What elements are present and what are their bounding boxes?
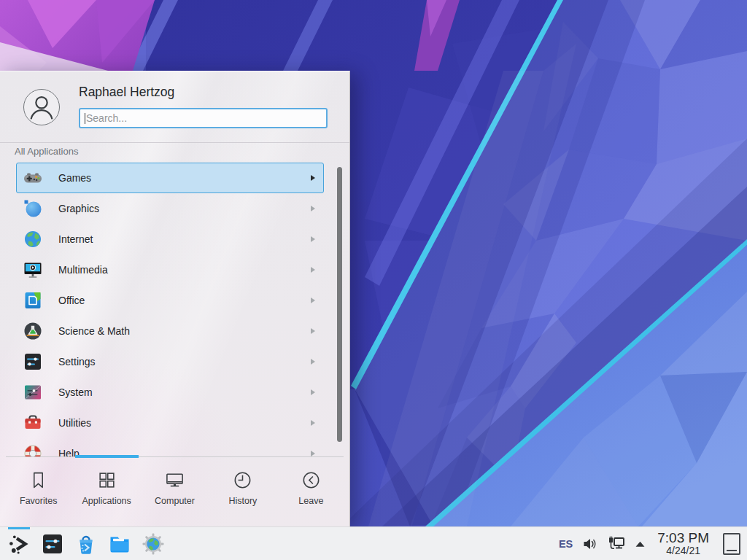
clock-time: 7:03 PM: [657, 531, 709, 545]
submenu-arrow-icon: [311, 175, 315, 181]
category-item-settings[interactable]: Settings: [16, 346, 324, 377]
taskbar-system-settings-button[interactable]: [41, 532, 64, 556]
category-label: Graphics: [58, 203, 99, 214]
taskbar-discover-button[interactable]: [74, 532, 98, 556]
list-scrollbar[interactable]: [337, 167, 342, 442]
volume-icon[interactable]: [582, 536, 598, 552]
category-item-internet[interactable]: Internet: [16, 224, 324, 254]
internet-icon: [23, 229, 43, 249]
tab-label: Computer: [155, 496, 195, 506]
taskbar-application-launcher-button[interactable]: [7, 532, 31, 556]
show-desktop-button[interactable]: [723, 533, 740, 555]
submenu-arrow-icon: [311, 328, 315, 334]
games-icon: [23, 168, 43, 188]
category-label: Internet: [58, 233, 93, 245]
user-avatar[interactable]: [23, 89, 60, 125]
graphics-icon: [23, 198, 43, 219]
web-browser-icon: [142, 532, 165, 556]
kde-launcher-icon: [7, 532, 31, 556]
category-label: Games: [58, 172, 91, 184]
submenu-arrow-icon: [311, 267, 315, 273]
category-item-help[interactable]: Help: [16, 438, 324, 456]
tab-favorites[interactable]: Favorites: [4, 461, 72, 525]
system-settings-icon: [41, 532, 64, 556]
expand-tray-icon[interactable]: [635, 540, 646, 548]
submenu-arrow-icon: [311, 236, 315, 242]
leave-icon: [301, 470, 321, 490]
active-launcher-indicator: [8, 527, 30, 529]
category-item-science-math[interactable]: Science & Math: [16, 316, 324, 346]
utilities-icon: [23, 413, 43, 433]
system-tray: ES 7:03 PM 4/24/21: [559, 531, 747, 556]
submenu-arrow-icon: [311, 389, 315, 395]
history-icon: [233, 470, 252, 490]
taskbar: ES 7:03 PM 4/24/21: [0, 526, 747, 560]
tab-label: Leave: [298, 496, 323, 506]
taskbar-file-manager-button[interactable]: [108, 532, 131, 556]
submenu-arrow-icon: [311, 206, 315, 211]
network-icon[interactable]: [608, 536, 625, 552]
section-label: All Applications: [15, 146, 78, 157]
category-label: Utilities: [58, 417, 91, 429]
system-icon: [23, 382, 43, 402]
category-item-office[interactable]: Office: [16, 285, 324, 316]
category-label: Office: [58, 295, 85, 306]
submenu-arrow-icon: [311, 359, 315, 365]
tab-computer[interactable]: Computer: [141, 461, 209, 525]
category-item-multimedia[interactable]: Multimedia: [16, 254, 324, 285]
computer-icon: [165, 470, 185, 490]
category-label: Science & Math: [58, 325, 130, 337]
category-item-graphics[interactable]: Graphics: [16, 193, 324, 224]
taskbar-web-browser-button[interactable]: [142, 532, 165, 556]
science-icon: [23, 321, 43, 341]
header-divider: [0, 142, 349, 143]
tab-label: Applications: [82, 496, 131, 506]
category-item-system[interactable]: System: [16, 377, 324, 408]
launcher-tabbar: Favorites Applications Computer: [4, 461, 345, 525]
user-icon: [24, 90, 59, 125]
active-tab-indicator: [75, 455, 139, 458]
tabbar-divider: [6, 456, 344, 457]
settings-icon: [23, 351, 43, 372]
submenu-arrow-icon: [311, 451, 315, 456]
category-item-utilities[interactable]: Utilities: [16, 408, 324, 438]
multimedia-icon: [23, 260, 43, 280]
tab-label: History: [228, 496, 257, 506]
applications-icon: [97, 470, 117, 490]
help-icon: [23, 443, 43, 456]
file-manager-icon: [108, 532, 131, 556]
category-label: Settings: [58, 356, 96, 368]
search-box[interactable]: [79, 108, 328, 128]
favorites-icon: [28, 470, 48, 490]
office-icon: [23, 290, 43, 311]
submenu-arrow-icon: [311, 298, 315, 303]
search-input[interactable]: [85, 112, 322, 124]
tab-label: Favorites: [20, 496, 57, 506]
tab-applications[interactable]: Applications: [72, 461, 140, 525]
keyboard-layout-indicator[interactable]: ES: [559, 538, 573, 550]
category-list: Games Graphics Internet: [16, 163, 324, 456]
category-label: System: [58, 386, 93, 398]
submenu-arrow-icon: [311, 420, 315, 426]
clock-date: 4/24/21: [657, 545, 709, 556]
taskbar-launchers: [0, 532, 165, 556]
tab-history[interactable]: History: [209, 461, 276, 525]
category-label: Multimedia: [58, 264, 108, 276]
application-launcher-popup: Raphael Hertzog All Applications: [0, 71, 350, 526]
user-name: Raphael Hertzog: [79, 85, 174, 100]
clock[interactable]: 7:03 PM 4/24/21: [657, 531, 709, 556]
discover-icon: [74, 532, 98, 556]
tab-leave[interactable]: Leave: [277, 461, 345, 525]
category-item-games[interactable]: Games: [16, 163, 324, 193]
